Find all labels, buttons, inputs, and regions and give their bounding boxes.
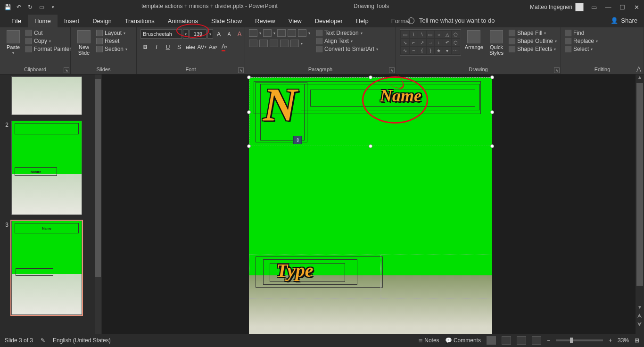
qat-more-icon[interactable]: ▾ <box>49 3 57 11</box>
italic-button[interactable]: I <box>152 42 161 52</box>
redo-icon[interactable]: ↻ <box>26 3 34 11</box>
reading-view-button[interactable] <box>517 336 526 345</box>
sorter-view-button[interactable] <box>502 336 511 345</box>
tab-developer[interactable]: Developer <box>308 15 349 27</box>
scroll-down-icon[interactable]: ▼ <box>636 305 644 312</box>
section-button[interactable]: Section▾ <box>96 45 127 53</box>
cut-button[interactable]: Cut <box>25 29 71 37</box>
shape-effects-button[interactable]: Shape Effects▾ <box>509 45 557 53</box>
handle-w[interactable] <box>247 110 251 114</box>
clear-formatting-button[interactable]: A <box>235 29 244 39</box>
shadow-button[interactable]: S <box>174 42 184 52</box>
line-spacing-button[interactable] <box>298 29 306 37</box>
thumbnail-2[interactable]: 2 Nature <box>3 121 91 215</box>
zoom-out-button[interactable]: − <box>547 337 550 344</box>
convert-smartart-button[interactable]: Convert to SmartArt▾ <box>316 45 378 53</box>
format-painter-button[interactable]: Format Painter <box>25 45 71 53</box>
handle-s[interactable] <box>369 144 372 148</box>
slide-indicator[interactable]: Slide 3 of 3 <box>5 337 33 344</box>
bold-button[interactable]: B <box>140 42 150 52</box>
start-from-beginning-icon[interactable]: ▭ <box>38 3 45 11</box>
align-center-button[interactable] <box>259 40 268 47</box>
decrease-indent-button[interactable] <box>277 29 286 37</box>
minimize-icon[interactable]: — <box>604 4 612 11</box>
scroll-up-icon[interactable]: ▲ <box>636 74 644 82</box>
reset-button[interactable]: Reset <box>96 37 127 45</box>
tell-me[interactable]: Tell me what you want to do <box>408 17 495 24</box>
tab-design[interactable]: Design <box>86 15 118 27</box>
drawing-launcher[interactable]: ⬊ <box>554 67 560 73</box>
maximize-icon[interactable]: ☐ <box>619 4 626 11</box>
strikethrough-button[interactable]: abc <box>186 42 195 52</box>
tab-home[interactable]: Home <box>28 15 58 27</box>
font-name-input[interactable]: Bruscheetah <box>140 29 182 39</box>
canvas-vertical-scrollbar[interactable]: ▲ ▼ ⮝ ⮟ <box>636 74 644 334</box>
tab-insert[interactable]: Insert <box>58 15 86 27</box>
shrink-font-button[interactable]: A <box>224 29 234 39</box>
zoom-level[interactable]: 33% <box>618 337 629 344</box>
shapes-gallery[interactable]: ▭\\▭○△⬠ ↘⌐↗→↓↶⬡ ∿⌢{}★▾⋯ <box>400 29 461 56</box>
new-slide-button[interactable]: New Slide <box>74 29 93 57</box>
align-left-button[interactable] <box>249 40 257 47</box>
char-spacing-button[interactable]: AV▾ <box>197 42 206 52</box>
spellcheck-icon[interactable]: ✎ <box>41 337 45 344</box>
arrange-button[interactable]: Arrange <box>464 29 484 51</box>
shape-fill-button[interactable]: Shape Fill▾ <box>509 29 557 37</box>
notes-button[interactable]: ≣ Notes <box>418 337 439 344</box>
font-launcher[interactable]: ⬊ <box>238 67 244 73</box>
handle-nw[interactable] <box>247 75 251 79</box>
tab-slideshow[interactable]: Slide Show <box>205 15 248 27</box>
grow-font-button[interactable]: A <box>214 29 223 39</box>
next-slide-icon[interactable]: ⮟ <box>636 322 644 329</box>
handle-sw[interactable] <box>247 144 251 148</box>
tab-help[interactable]: Help <box>349 15 375 27</box>
font-color-button[interactable]: A▾ <box>220 42 229 52</box>
thumbnails-scrollbar[interactable] <box>94 74 102 334</box>
shape-outline-button[interactable]: Shape Outline▾ <box>509 37 557 45</box>
bullets-button[interactable] <box>249 29 257 37</box>
align-text-button[interactable]: Align Text▾ <box>316 37 378 45</box>
ribbon-display-icon[interactable]: ▭ <box>590 4 598 11</box>
zoom-slider[interactable] <box>556 339 603 341</box>
underline-button[interactable]: U <box>163 42 173 52</box>
normal-view-button[interactable] <box>487 336 496 345</box>
copy-button[interactable]: Copy▾ <box>25 37 71 45</box>
undo-icon[interactable]: ↶ <box>15 3 23 11</box>
collapse-ribbon-icon[interactable]: ⋀ <box>636 66 641 72</box>
tab-transitions[interactable]: Transitions <box>118 15 161 27</box>
comments-button[interactable]: 💬 Comments <box>445 337 481 344</box>
language-indicator[interactable]: English (United States) <box>53 337 111 344</box>
select-button[interactable]: Select▾ <box>565 45 598 53</box>
save-icon[interactable]: 💾 <box>4 3 11 11</box>
justify-button[interactable] <box>280 40 289 47</box>
align-right-button[interactable] <box>270 40 278 47</box>
slideshow-view-button[interactable] <box>532 336 541 345</box>
fit-to-window-button[interactable]: ⊞ <box>635 337 639 344</box>
handle-ne[interactable] <box>490 75 494 79</box>
text-direction-button[interactable]: Text Direction▾ <box>316 29 378 37</box>
change-case-button[interactable]: Aa▾ <box>208 42 218 52</box>
clipboard-launcher[interactable]: ⬊ <box>64 67 69 73</box>
handle-e[interactable] <box>490 110 494 114</box>
find-button[interactable]: Find <box>565 29 598 37</box>
layout-button[interactable]: Layout▾ <box>96 29 127 37</box>
user-account[interactable]: Matteo Ingegneri <box>530 3 584 11</box>
tab-file[interactable]: File <box>5 15 28 27</box>
paragraph-launcher[interactable]: ⬊ <box>389 67 395 73</box>
numbering-button[interactable] <box>263 29 272 37</box>
columns-button[interactable] <box>290 40 299 47</box>
thumbnail-3[interactable]: 3 Name <box>3 221 91 315</box>
prev-slide-icon[interactable]: ⮝ <box>636 313 644 321</box>
zoom-in-button[interactable]: + <box>609 337 612 344</box>
slide-canvas[interactable]: Name N ⇕ Type <box>102 74 644 334</box>
close-icon[interactable]: ✕ <box>633 4 640 11</box>
tab-review[interactable]: Review <box>248 15 282 27</box>
handle-se[interactable] <box>490 144 494 148</box>
share-button[interactable]: 👤 Share <box>611 17 637 24</box>
quick-styles-button[interactable]: Quick Styles <box>487 29 506 57</box>
tab-view[interactable]: View <box>282 15 308 27</box>
replace-button[interactable]: Replace▾ <box>565 37 598 45</box>
handle-n[interactable] <box>369 75 372 79</box>
increase-indent-button[interactable] <box>288 29 296 37</box>
thumbnail-1[interactable] <box>3 76 91 115</box>
